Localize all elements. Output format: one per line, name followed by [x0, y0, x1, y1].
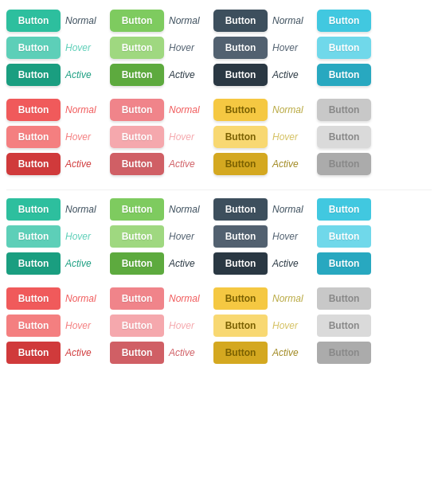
btn-pink-active[interactable]: Button	[110, 153, 164, 175]
flat-cell-yellow-hover: Button Hover	[213, 315, 317, 337]
row-2-hover: Button Hover Button Hover Button Hover B…	[6, 126, 432, 148]
btn-cyan-normal[interactable]: Button	[317, 10, 371, 32]
flat-btn-dark-hover[interactable]: Button	[213, 225, 268, 248]
btn-teal-active[interactable]: Button	[6, 64, 61, 86]
cell-green-normal: Button Normal	[110, 10, 213, 32]
flat-cell-red-active: Button Active	[6, 342, 110, 364]
flat-cell-yellow-normal: Button Normal	[213, 287, 317, 310]
flat-label-dark-hover: Hover	[272, 231, 306, 242]
flat-btn-pink-hover[interactable]: Button	[110, 315, 164, 337]
flat-label-teal-normal: Normal	[65, 204, 99, 215]
label-pink-active: Active	[169, 158, 202, 170]
btn-green-normal[interactable]: Button	[110, 10, 164, 32]
label-red-normal: Normal	[65, 104, 99, 115]
flat-cell-cyan-hover: Button	[317, 225, 373, 248]
flat-btn-red-hover[interactable]: Button	[6, 315, 61, 337]
flat-btn-cyan-active[interactable]: Button	[317, 252, 371, 275]
cell-red-hover: Button Hover	[6, 126, 110, 148]
flat-btn-pink-active[interactable]: Button	[110, 342, 164, 364]
btn-cyan-active[interactable]: Button	[317, 64, 371, 86]
row-1-active: Button Active Button Active Button Activ…	[6, 64, 432, 86]
cell-red-normal: Button Normal	[6, 99, 110, 121]
flat-btn-gray-normal[interactable]: Button	[317, 287, 371, 310]
btn-yellow-hover[interactable]: Button	[213, 126, 268, 148]
btn-green-active[interactable]: Button	[110, 64, 164, 86]
btn-gray-hover[interactable]: Button	[317, 126, 371, 148]
btn-dark-hover[interactable]: Button	[213, 37, 268, 59]
cell-dark-normal: Button Normal	[213, 10, 317, 32]
row-2-normal: Button Normal Button Normal Button Norma…	[6, 99, 432, 121]
flat-btn-dark-active[interactable]: Button	[213, 252, 268, 275]
label-green-hover: Hover	[169, 42, 202, 53]
label-red-active: Active	[65, 158, 99, 170]
flat-btn-dark-normal[interactable]: Button	[213, 198, 268, 221]
flat-label-dark-normal: Normal	[272, 204, 306, 215]
label-teal-normal: Normal	[65, 15, 99, 26]
flat-cell-pink-normal: Button Normal	[110, 287, 213, 310]
flat-btn-red-active[interactable]: Button	[6, 342, 61, 364]
btn-pink-normal[interactable]: Button	[110, 99, 164, 121]
cell-cyan-active: Button	[317, 64, 373, 86]
row-2-active: Button Active Button Active Button Activ…	[6, 153, 432, 175]
flat-btn-gray-active[interactable]: Button	[317, 342, 371, 364]
flat-btn-cyan-normal[interactable]: Button	[317, 198, 371, 221]
flat-btn-green-active[interactable]: Button	[110, 252, 164, 275]
flat-btn-green-normal[interactable]: Button	[110, 198, 164, 221]
flat-row-2-normal: Button Normal Button Normal Button Norma…	[6, 287, 432, 310]
flat-cell-gray-hover: Button	[317, 315, 373, 337]
cell-dark-active: Button Active	[213, 64, 317, 86]
label-dark-hover: Hover	[272, 42, 306, 53]
btn-yellow-active[interactable]: Button	[213, 153, 268, 175]
flat-label-red-normal: Normal	[65, 293, 99, 304]
section-divider-1	[6, 189, 432, 190]
flat-btn-teal-normal[interactable]: Button	[6, 198, 61, 221]
label-yellow-hover: Hover	[272, 131, 306, 143]
cell-gray-active: Button	[317, 153, 373, 175]
flat-btn-gray-hover[interactable]: Button	[317, 315, 371, 337]
flat-btn-red-normal[interactable]: Button	[6, 287, 61, 310]
btn-teal-hover[interactable]: Button	[6, 37, 61, 59]
flat-cell-dark-hover: Button Hover	[213, 225, 317, 248]
flat-btn-yellow-hover[interactable]: Button	[213, 315, 268, 337]
btn-green-hover[interactable]: Button	[110, 37, 164, 59]
cell-cyan-normal: Button	[317, 10, 373, 32]
flat-btn-green-hover[interactable]: Button	[110, 225, 164, 248]
btn-cyan-hover[interactable]: Button	[317, 37, 371, 59]
flat-btn-cyan-hover[interactable]: Button	[317, 225, 371, 248]
row-1-normal: Button Normal Button Normal Button Norma…	[6, 10, 432, 32]
btn-red-active[interactable]: Button	[6, 153, 61, 175]
flat-btn-yellow-normal[interactable]: Button	[213, 287, 268, 310]
flat-btn-teal-hover[interactable]: Button	[6, 225, 61, 248]
label-yellow-normal: Normal	[272, 104, 306, 115]
btn-teal-normal[interactable]: Button	[6, 10, 61, 32]
btn-gray-normal[interactable]: Button	[317, 99, 371, 121]
btn-red-hover[interactable]: Button	[6, 126, 61, 148]
btn-dark-active[interactable]: Button	[213, 64, 268, 86]
btn-dark-normal[interactable]: Button	[213, 10, 268, 32]
cell-pink-normal: Button Normal	[110, 99, 213, 121]
btn-yellow-normal[interactable]: Button	[213, 99, 268, 121]
section-rounded-shadow: Button Normal Button Normal Button Norma…	[6, 10, 432, 175]
cell-yellow-normal: Button Normal	[213, 99, 317, 121]
flat-row-1-hover: Button Hover Button Hover Button Hover B…	[6, 225, 432, 248]
flat-cell-cyan-normal: Button	[317, 198, 373, 221]
flat-btn-yellow-active[interactable]: Button	[213, 342, 268, 364]
flat-label-teal-hover: Hover	[65, 231, 99, 242]
cell-teal-active: Button Active	[6, 64, 110, 86]
cell-pink-active: Button Active	[110, 153, 213, 175]
flat-label-dark-active: Active	[272, 258, 306, 269]
btn-gray-active[interactable]: Button	[317, 153, 371, 175]
flat-cell-teal-hover: Button Hover	[6, 225, 110, 248]
flat-btn-teal-active[interactable]: Button	[6, 252, 61, 275]
label-green-active: Active	[169, 69, 202, 80]
flat-btn-pink-normal[interactable]: Button	[110, 287, 164, 310]
btn-red-normal[interactable]: Button	[6, 99, 61, 121]
flat-label-green-normal: Normal	[169, 204, 202, 215]
flat-cell-red-normal: Button Normal	[6, 287, 110, 310]
flat-cell-teal-normal: Button Normal	[6, 198, 110, 221]
cell-red-active: Button Active	[6, 153, 110, 175]
flat-cell-dark-normal: Button Normal	[213, 198, 317, 221]
flat-label-teal-active: Active	[65, 258, 99, 269]
btn-pink-hover[interactable]: Button	[110, 126, 164, 148]
flat-label-pink-normal: Normal	[169, 293, 202, 304]
